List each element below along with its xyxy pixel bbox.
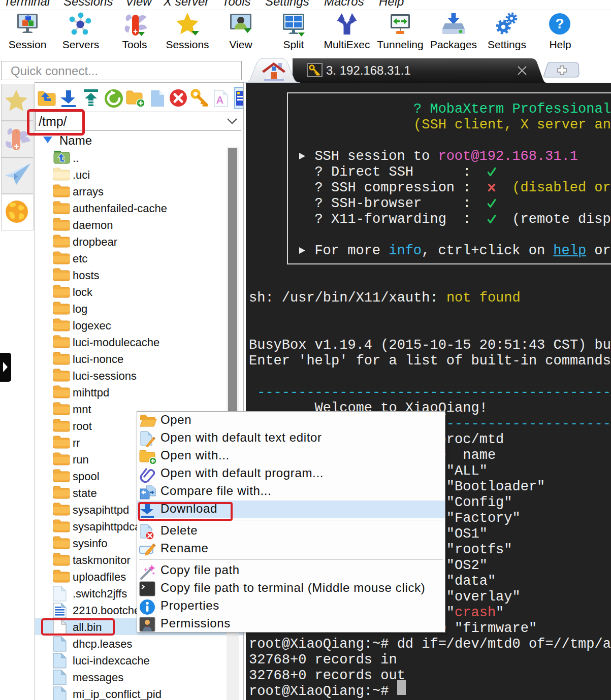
svg-text:A: A — [216, 94, 223, 106]
svg-text:?: ? — [555, 16, 564, 31]
